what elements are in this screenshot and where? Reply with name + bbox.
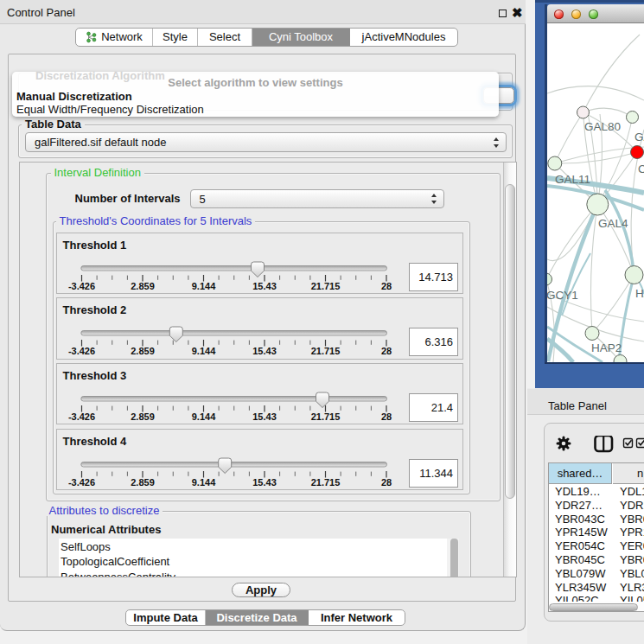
svg-text:15.43: 15.43 — [252, 346, 277, 356]
svg-text:9.144: 9.144 — [191, 476, 215, 487]
svg-text:HAP: HAP — [635, 287, 644, 300]
svg-text:GCY1: GCY1 — [547, 289, 578, 302]
svg-text:CDC: CDC — [638, 163, 644, 175]
svg-text:15.43: 15.43 — [252, 476, 277, 487]
svg-text:2.859: 2.859 — [131, 476, 155, 487]
svg-text:GAL80: GAL80 — [584, 120, 621, 133]
svg-text:2.859: 2.859 — [131, 411, 155, 422]
svg-text:28: 28 — [380, 280, 391, 290]
svg-text:28: 28 — [380, 346, 391, 356]
svg-text:9.144: 9.144 — [191, 346, 215, 356]
svg-text:-3.426: -3.426 — [67, 411, 94, 422]
svg-text:-3.426: -3.426 — [67, 280, 94, 290]
svg-text:HAP2: HAP2 — [591, 341, 622, 354]
svg-text:21.715: 21.715 — [310, 280, 340, 290]
svg-text:15.43: 15.43 — [252, 280, 277, 290]
svg-text:-3.426: -3.426 — [67, 346, 94, 356]
svg-text:GAL2: GAL2 — [634, 131, 644, 143]
svg-text:GAL11: GAL11 — [555, 173, 590, 186]
svg-text:-3.426: -3.426 — [67, 476, 94, 487]
svg-text:9.144: 9.144 — [191, 280, 215, 290]
svg-text:21.715: 21.715 — [310, 476, 340, 487]
svg-text:28: 28 — [380, 476, 391, 487]
svg-text:28: 28 — [380, 411, 391, 422]
svg-text:2.859: 2.859 — [131, 346, 155, 356]
svg-text:15.43: 15.43 — [252, 411, 277, 422]
svg-text:GAL4: GAL4 — [598, 217, 628, 230]
svg-text:2.859: 2.859 — [131, 280, 155, 290]
svg-text:9.144: 9.144 — [191, 411, 215, 422]
svg-text:21.715: 21.715 — [310, 346, 340, 356]
svg-text:21.715: 21.715 — [310, 411, 340, 422]
